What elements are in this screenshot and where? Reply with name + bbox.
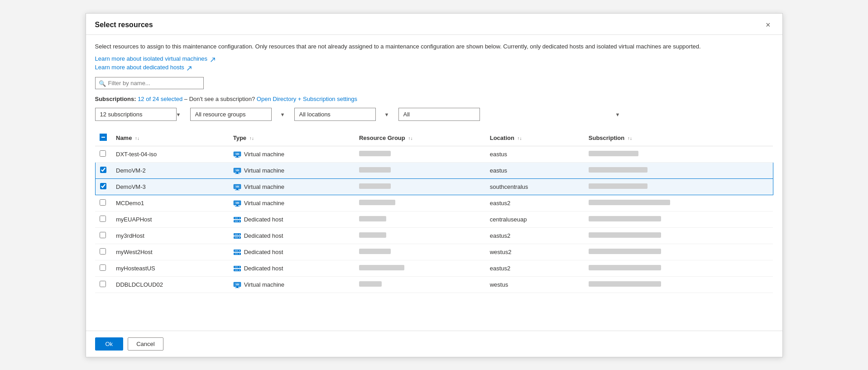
row-resource-group <box>355 163 485 179</box>
row-name: MCDemo1 <box>111 195 229 211</box>
row-resource-group <box>355 277 485 293</box>
row-location: westus <box>485 277 584 293</box>
ok-button[interactable]: Ok <box>95 337 124 351</box>
row-subscription <box>584 163 773 179</box>
col-header-name[interactable]: Name ↑↓ <box>111 130 229 146</box>
table-row[interactable]: my3rdHost Dedicated hosteastus2 <box>95 228 773 244</box>
svg-rect-9 <box>235 173 240 174</box>
links-section: Learn more about isolated virtual machin… <box>95 55 773 71</box>
row-type: Dedicated host <box>229 244 355 260</box>
vm-icon: VM <box>233 151 241 158</box>
row-subscription <box>584 179 773 195</box>
vm-icon: VM <box>233 282 241 288</box>
row-type: VM Virtual machine <box>229 163 355 179</box>
row-type: VM Virtual machine <box>229 179 355 195</box>
table-row[interactable]: myEUAPHost Dedicated hostcentraluseuap <box>95 211 773 228</box>
close-button[interactable]: × <box>763 20 773 30</box>
cancel-button[interactable]: Cancel <box>128 337 163 351</box>
col-header-location[interactable]: Location ↑↓ <box>485 130 584 146</box>
row-checkbox-cell <box>95 146 111 163</box>
svg-rect-31 <box>235 237 238 238</box>
table-body: DXT-test-04-iso VM Virtual machineeastus… <box>95 146 773 293</box>
table-section: Name ↑↓ Type ↑↓ Resource Group ↑↓ Loca <box>95 130 773 293</box>
svg-rect-36 <box>235 250 238 251</box>
row-location: eastus2 <box>485 228 584 244</box>
svg-text:VM: VM <box>235 202 239 204</box>
row-checkbox-cell <box>95 244 111 260</box>
host-icon <box>233 265 241 272</box>
col-header-type[interactable]: Type ↑↓ <box>229 130 355 146</box>
type-filter-dropdown[interactable]: All <box>398 108 480 121</box>
row-checkbox-cell <box>95 228 111 244</box>
svg-rect-14 <box>235 190 240 190</box>
row-subscription <box>584 146 773 163</box>
svg-rect-43 <box>235 270 238 271</box>
row-checkbox-4[interactable] <box>100 199 106 206</box>
row-type: VM Virtual machine <box>229 195 355 211</box>
select-resources-dialog: Select resources × Select resources to a… <box>86 13 783 357</box>
resource-groups-dropdown[interactable]: All resource groups <box>190 108 272 121</box>
filter-input-wrap: 🔍 <box>95 77 204 89</box>
table-row[interactable]: DDBLDCLOUD02 VM Virtual machinewestus <box>95 277 773 293</box>
dialog-header: Select resources × <box>86 14 782 35</box>
row-resource-group <box>355 260 485 277</box>
subscriptions-dropdown[interactable]: 12 subscriptions <box>95 108 177 121</box>
locations-dropdown[interactable]: All locations <box>294 108 376 121</box>
row-checkbox-5[interactable] <box>100 216 106 222</box>
row-checkbox-2[interactable] <box>100 167 106 173</box>
table-row[interactable]: myHosteastUS Dedicated hosteastus2 <box>95 260 773 277</box>
header-checkbox[interactable] <box>100 134 107 141</box>
table-row[interactable]: MCDemo1 VM Virtual machineeastus2 <box>95 195 773 211</box>
row-checkbox-6[interactable] <box>100 232 106 238</box>
svg-rect-19 <box>235 206 240 207</box>
svg-point-34 <box>239 250 240 251</box>
row-resource-group <box>355 179 485 195</box>
subscriptions-separator: – Don't see a subscription? <box>184 96 257 102</box>
row-checkbox-8[interactable] <box>100 264 106 271</box>
open-directory-link[interactable]: Open Directory + Subscription settings <box>257 96 357 102</box>
row-location: westus2 <box>485 244 584 260</box>
subscriptions-selected-count[interactable]: 12 of 24 selected <box>138 96 182 102</box>
row-type: VM Virtual machine <box>229 277 355 293</box>
row-type: Dedicated host <box>229 211 355 228</box>
col-header-subscription[interactable]: Subscription ↑↓ <box>584 130 773 146</box>
row-checkbox-cell <box>95 211 111 228</box>
svg-rect-47 <box>236 287 238 288</box>
svg-rect-48 <box>235 288 240 288</box>
subscriptions-label: Subscriptions: <box>95 96 136 102</box>
col-header-resource-group[interactable]: Resource Group ↑↓ <box>355 130 485 146</box>
row-checkbox-7[interactable] <box>100 248 106 255</box>
table-row[interactable]: myWest2Host Dedicated hostwestus2 <box>95 244 773 260</box>
row-type: Dedicated host <box>229 228 355 244</box>
host-icon <box>233 216 241 223</box>
row-subscription <box>584 228 773 244</box>
row-checkbox-3[interactable] <box>100 183 106 189</box>
table-row[interactable]: DXT-test-04-iso VM Virtual machineeastus <box>95 146 773 163</box>
row-checkbox-9[interactable] <box>100 281 106 287</box>
svg-rect-24 <box>235 218 238 219</box>
row-checkbox-cell <box>95 195 111 211</box>
row-name: myWest2Host <box>111 244 229 260</box>
resource-groups-dropdown-wrap: All resource groups ▼ <box>190 108 290 121</box>
row-type: VM Virtual machine <box>229 146 355 163</box>
isolated-vms-link[interactable]: Learn more about isolated virtual machin… <box>95 55 773 62</box>
row-resource-group <box>355 195 485 211</box>
table-row[interactable]: DemoVM-3 VM Virtual machinesouthcentralu… <box>95 179 773 195</box>
vm-icon: VM <box>233 200 241 207</box>
header-checkbox-cell <box>95 130 111 146</box>
svg-point-28 <box>239 234 240 235</box>
table-row[interactable]: DemoVM-2 VM Virtual machineeastus <box>95 163 773 179</box>
row-resource-group <box>355 146 485 163</box>
dropdown-arrow-all: ▼ <box>615 112 620 117</box>
filter-input[interactable] <box>95 77 204 89</box>
row-location: centraluseuap <box>485 211 584 228</box>
row-checkbox-1[interactable] <box>100 150 106 157</box>
dedicated-hosts-link[interactable]: Learn more about dedicated hosts <box>95 64 773 71</box>
svg-rect-8 <box>236 173 238 173</box>
row-name: DXT-test-04-iso <box>111 146 229 163</box>
dropdown-arrow-loc: ▼ <box>384 112 389 117</box>
row-resource-group <box>355 211 485 228</box>
subscriptions-row: Subscriptions: 12 of 24 selected – Don't… <box>95 96 773 102</box>
svg-point-23 <box>239 221 240 222</box>
dropdown-arrow-rg: ▼ <box>280 112 285 117</box>
